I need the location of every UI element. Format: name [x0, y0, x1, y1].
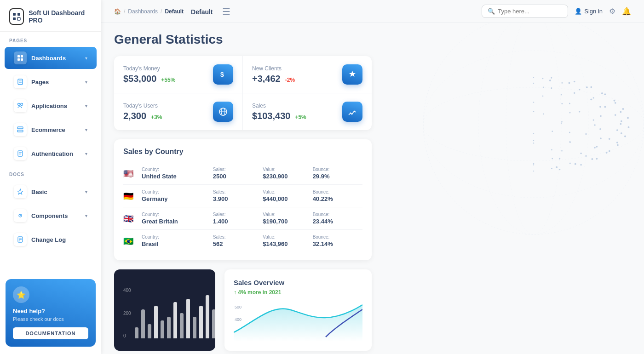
bell-icon[interactable]: 🔔 [622, 7, 631, 16]
dashboards-icon [14, 51, 27, 64]
bar [173, 302, 177, 338]
svg-point-12 [21, 103, 23, 106]
sidebar-item-pages[interactable]: Pages ▾ [5, 71, 97, 93]
svg-rect-13 [17, 127, 23, 129]
svg-text:500: 500 [235, 305, 242, 309]
svg-rect-3 [17, 17, 20, 20]
sidebar-item-applications[interactable]: Applications ▾ [5, 95, 97, 117]
ecommerce-icon [14, 123, 27, 136]
home-icon[interactable]: 🏠 [114, 8, 121, 15]
stat-money-change: +55% [161, 77, 175, 83]
topnav-left: 🏠 / Dashboards / Default Default ☰ [114, 6, 230, 17]
sidebar-ecommerce-label: Ecommerce [31, 126, 65, 133]
documentation-button[interactable]: DOCUMENTATION [13, 327, 88, 339]
bar [167, 317, 171, 338]
settings-icon[interactable]: ⚙ [609, 7, 615, 16]
sidebar-item-changelog[interactable]: Change Log [5, 228, 97, 251]
stat-users-value: 2,300 [123, 111, 146, 121]
bar [180, 313, 184, 338]
sidebar-applications-label: Applications [31, 103, 67, 109]
pages-section-label: PAGES [0, 32, 101, 46]
stats-grid: Today's Money $53,000 +55% $ [114, 56, 372, 130]
country-table: Sales by Country 🇺🇸 Country: United Stat… [114, 139, 372, 260]
page-title: General Statistics [114, 32, 631, 47]
sidebar-item-dashboards[interactable]: Dashboards ▾ [5, 47, 97, 69]
signin-label: Sign in [584, 8, 603, 15]
country-row-us: 🇺🇸 Country: United State Sales: 2500 Val… [123, 162, 362, 185]
flag-gb: 🇬🇧 [123, 214, 136, 223]
sidebar-authentication-label: Authentication [31, 150, 73, 157]
svg-rect-8 [18, 79, 23, 85]
topnav: 🏠 / Dashboards / Default Default ☰ 🔍 👤 S… [101, 0, 644, 23]
money-icon: $ [213, 64, 233, 85]
stat-clients-change: -2% [285, 77, 295, 83]
stat-money-value: $53,000 [123, 74, 156, 84]
stat-sales-label: Sales [252, 103, 306, 109]
sidebar-item-authentication[interactable]: Authentication ▾ [5, 143, 97, 165]
svg-rect-6 [17, 58, 20, 61]
sidebar: Soft UI Dashboard PRO PAGES Dashboards ▾ [0, 0, 101, 354]
sidebar-basic-label: Basic [31, 188, 47, 195]
search-icon: 🔍 [488, 8, 495, 15]
country-row-br: 🇧🇷 Country: Brasil Sales: 562 Value: $14… [123, 230, 362, 252]
help-box: ⭐ Need help? Please check our docs DOCUM… [6, 279, 96, 347]
bar [193, 317, 196, 338]
bar [161, 320, 164, 338]
hamburger-icon[interactable]: ☰ [222, 6, 230, 17]
bar-chart-y-labels: 400 200 0 [123, 288, 131, 338]
stat-money-info: Today's Money $53,000 +55% [123, 65, 175, 84]
sales-overview-card: Sales Overview ↑ 4% more in 2021 [224, 269, 372, 351]
applications-icon [14, 99, 27, 112]
svg-rect-5 [21, 55, 23, 57]
topnav-right: 🔍 👤 Sign in ⚙ 🔔 [482, 5, 631, 18]
stat-card-users: Today's Users 2,300 +3% [114, 93, 243, 130]
bar [135, 327, 138, 338]
search-input[interactable] [498, 8, 562, 15]
breadcrumb-dashboards[interactable]: Dashboards [128, 8, 158, 15]
bar [186, 299, 190, 338]
overview-subtitle: ↑ 4% more in 2021 [234, 289, 362, 296]
stat-clients-label: New Clients [252, 65, 295, 72]
bar-chart-card: 400 200 0 [114, 269, 215, 351]
ecommerce-chevron: ▾ [85, 127, 87, 132]
stat-card-sales: Sales $103,430 +5% [243, 93, 372, 130]
breadcrumb: 🏠 / Dashboards / Default [114, 8, 184, 15]
bar [199, 306, 203, 338]
changelog-icon [14, 233, 27, 246]
country-table-title: Sales by Country [123, 148, 362, 156]
applications-chevron: ▾ [85, 103, 87, 108]
upper-left: Today's Money $53,000 +55% $ [114, 56, 372, 351]
svg-text:$: $ [220, 71, 224, 78]
svg-point-114 [351, 114, 353, 115]
flag-de: 🇩🇪 [123, 191, 136, 200]
sales-icon [342, 102, 362, 122]
signin-button[interactable]: 👤 Sign in [575, 8, 603, 15]
sidebar-pages-label: Pages [31, 79, 49, 86]
stat-card-money: Today's Money $53,000 +55% $ [114, 56, 243, 93]
sidebar-logo: Soft UI Dashboard PRO [0, 0, 101, 32]
users-icon [213, 102, 233, 122]
breadcrumb-sep2: / [161, 8, 162, 15]
stat-users-change: +3% [151, 114, 162, 120]
sidebar-item-components[interactable]: Components ▾ [5, 205, 97, 227]
country-row-de: 🇩🇪 Country: Germany Sales: 3.900 Value: … [123, 185, 362, 207]
sidebar-item-basic[interactable]: Basic ▾ [5, 181, 97, 203]
bar-chart-bars [135, 288, 215, 338]
sidebar-changelog-label: Change Log [31, 236, 66, 243]
sidebar-item-ecommerce[interactable]: Ecommerce ▾ [5, 119, 97, 141]
svg-point-113 [350, 113, 351, 114]
topnav-page-title: Default [191, 8, 213, 16]
flag-br: 🇧🇷 [123, 236, 136, 246]
country-col-us: Country: United State [142, 167, 213, 180]
search-box[interactable]: 🔍 [482, 5, 568, 18]
help-star-icon: ⭐ [13, 286, 29, 303]
authentication-chevron: ▾ [85, 151, 87, 156]
logo-icon [9, 8, 24, 25]
svg-rect-14 [17, 130, 23, 132]
pages-icon [14, 75, 27, 88]
upper-row: Today's Money $53,000 +55% $ [114, 56, 631, 351]
bar [148, 324, 151, 338]
stat-sales-change: +5% [295, 114, 306, 120]
stat-users-label: Today's Users [123, 103, 162, 109]
stat-sales-info: Sales $103,430 +5% [252, 103, 306, 121]
